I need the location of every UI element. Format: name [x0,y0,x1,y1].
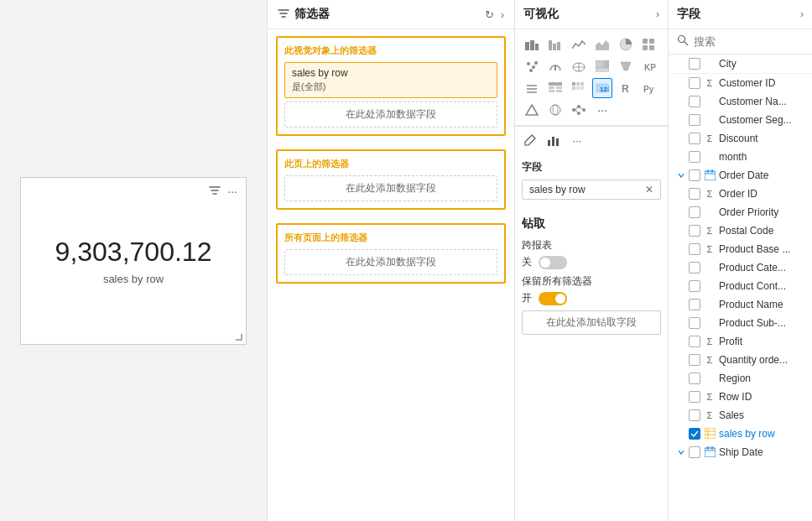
viz-icon-scatter[interactable] [522,56,542,76]
fields-search-input[interactable] [694,35,812,48]
field-checkbox[interactable] [689,317,700,329]
svg-rect-55 [556,138,559,146]
viz-icon-pie[interactable] [616,34,636,55]
viz-icon-funnel[interactable] [616,56,636,76]
keep-filters-toggle[interactable] [539,292,567,305]
field-row[interactable]: ΣPostal Code [669,221,812,240]
viz-icon-area[interactable] [592,34,612,55]
field-checkbox[interactable] [689,409,700,421]
viz-icon-python[interactable]: Py [639,78,659,98]
field-row[interactable]: Product Sub-... [669,314,812,332]
svg-point-14 [529,69,533,72]
field-checkbox[interactable] [689,428,700,440]
field-checkbox[interactable] [689,280,700,292]
field-row[interactable]: Customer Na... [669,92,812,111]
field-checkbox[interactable] [689,299,700,310]
viz-icon-more-2[interactable]: ··· [592,100,612,120]
viz-format-paint[interactable] [520,130,540,150]
field-checkbox[interactable] [689,96,700,107]
field-row[interactable]: Ship Date [669,443,812,461]
field-row[interactable]: Region [669,369,812,388]
viz-expand-icon[interactable]: › [656,8,659,20]
field-row[interactable]: Product Cate... [669,258,812,277]
viz-panel: 可视化 › [515,0,669,521]
svg-rect-36 [572,86,575,90]
drill-add-field[interactable]: 在此处添加钻取字段 [522,310,661,335]
viz-icon-globe[interactable] [545,100,565,120]
drillthrough-title: 钻取 [522,216,661,232]
filter-section2-add-field[interactable]: 在此处添加数据字段 [284,175,497,201]
viz-icon-card-active[interactable]: 123 [592,78,612,98]
cross-report-toggle[interactable] [539,256,567,269]
svg-rect-20 [596,60,603,68]
filter-item-sales[interactable]: sales by row 是(全部) [284,62,497,98]
fields-search [669,29,812,55]
field-checkbox[interactable] [689,373,700,384]
viz-icon-bar-stacked[interactable] [522,34,542,55]
field-checkbox[interactable] [689,446,700,458]
field-row[interactable]: ΣProfit [669,332,812,351]
card-resize-handle[interactable] [236,334,242,341]
field-checkbox[interactable] [689,133,700,144]
field-row[interactable]: ΣOrder ID [669,185,812,203]
field-row[interactable]: ΣSales [669,406,812,425]
field-checkbox[interactable] [689,114,700,126]
field-checkbox[interactable] [689,262,700,274]
svg-point-49 [582,108,586,112]
viz-icon-r-visual[interactable]: R [616,78,636,98]
viz-icon-kpi[interactable]: KPI [639,56,659,76]
card-more-icon[interactable]: ··· [227,185,237,198]
svg-point-47 [577,105,580,108]
field-row[interactable]: ΣProduct Base ... [669,240,812,258]
field-checkbox[interactable] [689,77,700,89]
viz-icon-decomp-tree[interactable] [569,100,589,120]
cross-report-toggle-row: 关 [522,255,661,269]
left-panel: ··· 9,303,700.12 sales by row [0,0,267,521]
field-row[interactable]: ΣCustomer ID [669,74,812,92]
filter-section1-add-field[interactable]: 在此处添加数据字段 [284,102,497,128]
field-row[interactable]: Product Cont... [669,277,812,295]
field-checkbox[interactable] [689,391,700,403]
field-name: Quantity orde... [719,354,788,366]
field-row[interactable]: ΣDiscount [669,129,812,148]
viz-icon-map[interactable] [569,56,589,76]
field-checkbox[interactable] [689,169,700,181]
field-row[interactable]: month [669,148,812,166]
card-filter-icon[interactable] [209,185,221,199]
filter-section3-add-field[interactable]: 在此处添加数据字段 [284,249,497,275]
svg-rect-3 [549,40,552,50]
field-row[interactable]: ΣQuantity orde... [669,351,812,369]
viz-format-extra[interactable]: ··· [567,130,587,150]
field-checkbox[interactable] [689,151,700,163]
field-row[interactable]: Order Priority [669,203,812,221]
field-row[interactable]: ΣRow ID [669,388,812,406]
field-row[interactable]: Customer Seg... [669,111,812,129]
field-row[interactable]: sales by row [669,425,812,443]
fields-collapse-icon[interactable]: › [800,8,804,20]
field-row[interactable]: Order Date [669,166,812,185]
field-checkbox[interactable] [689,188,700,200]
field-checkbox[interactable] [689,243,700,255]
filter-chevron-right-icon[interactable]: › [501,8,504,21]
viz-icon-matrix[interactable] [569,78,589,98]
viz-format-analytics[interactable] [544,130,564,150]
viz-field-dropdown[interactable]: sales by row ✕ [522,180,661,200]
viz-icon-shape[interactable] [522,100,542,120]
field-row[interactable]: City [669,55,812,73]
field-checkbox[interactable] [689,225,700,237]
viz-icon-line[interactable] [569,34,589,55]
field-row[interactable]: Product Name [669,295,812,314]
field-checkbox[interactable] [689,336,700,347]
viz-icon-bar-clustered[interactable] [545,34,565,55]
viz-icon-treemap[interactable] [592,56,612,76]
viz-icon-table[interactable] [545,78,565,98]
viz-icon-gauge[interactable] [545,56,565,76]
field-checkbox[interactable] [689,206,700,218]
viz-field-clear-icon[interactable]: ✕ [645,184,653,195]
field-checkbox[interactable] [689,58,700,70]
filter-refresh-icon[interactable]: ↻ [485,8,494,21]
viz-icon-slicer[interactable] [522,78,542,98]
viz-icon-more-charts[interactable] [639,34,659,55]
field-name: Product Name [719,299,783,310]
field-checkbox[interactable] [689,354,700,366]
